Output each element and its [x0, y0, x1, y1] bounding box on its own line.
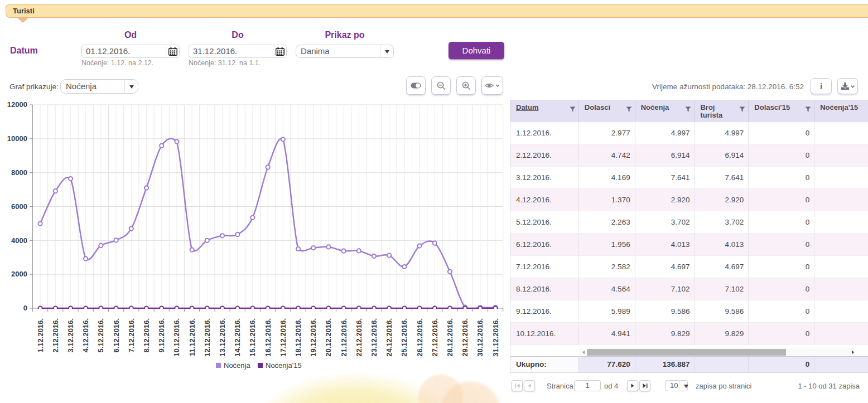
svg-text:6000: 6000: [11, 202, 27, 211]
svg-text:30.12.2016.: 30.12.2016.: [476, 318, 484, 357]
svg-text:19.12.2016.: 19.12.2016.: [309, 318, 317, 357]
svg-text:17.12.2016.: 17.12.2016.: [279, 318, 287, 357]
svg-text:8000: 8000: [11, 168, 27, 177]
svg-text:24.12.2016.: 24.12.2016.: [385, 318, 393, 357]
svg-text:15.12.2016.: 15.12.2016.: [248, 318, 257, 357]
svg-text:0: 0: [23, 304, 27, 312]
svg-text:5.12.2016.: 5.12.2016.: [97, 318, 105, 352]
svg-text:6.12.2016.: 6.12.2016.: [112, 318, 120, 352]
svg-text:13.12.2016.: 13.12.2016.: [218, 318, 226, 357]
svg-text:8.12.2016.: 8.12.2016.: [142, 318, 151, 352]
svg-text:3.12.2016.: 3.12.2016.: [66, 318, 75, 352]
svg-text:12000: 12000: [7, 100, 27, 109]
svg-text:21.12.2016.: 21.12.2016.: [340, 318, 348, 357]
svg-text:2000: 2000: [11, 270, 27, 278]
svg-text:11.12.2016.: 11.12.2016.: [188, 318, 196, 356]
svg-text:20.12.2016.: 20.12.2016.: [324, 318, 332, 357]
svg-text:1.12.2016.: 1.12.2016.: [36, 318, 45, 352]
svg-text:9.12.2016.: 9.12.2016.: [157, 318, 166, 352]
svg-text:Noćenja: Noćenja: [224, 361, 250, 370]
svg-text:10.12.2016.: 10.12.2016.: [172, 318, 181, 357]
svg-text:Noćenja'15: Noćenja'15: [266, 361, 302, 370]
svg-text:28.12.2016.: 28.12.2016.: [446, 318, 454, 357]
svg-text:14.12.2016.: 14.12.2016.: [233, 318, 242, 357]
svg-text:12.12.2016.: 12.12.2016.: [203, 318, 211, 357]
svg-text:26.12.2016.: 26.12.2016.: [416, 318, 424, 357]
svg-text:29.12.2016.: 29.12.2016.: [461, 318, 469, 357]
svg-text:7.12.2016.: 7.12.2016.: [127, 318, 136, 352]
svg-text:10000: 10000: [7, 134, 27, 143]
svg-text:4.12.2016.: 4.12.2016.: [81, 318, 90, 352]
svg-text:22.12.2016.: 22.12.2016.: [355, 318, 363, 357]
svg-text:25.12.2016.: 25.12.2016.: [400, 318, 408, 357]
svg-text:18.12.2016.: 18.12.2016.: [294, 318, 302, 357]
svg-text:4000: 4000: [11, 236, 27, 245]
svg-text:2.12.2016.: 2.12.2016.: [51, 318, 60, 352]
svg-text:23.12.2016.: 23.12.2016.: [370, 318, 378, 357]
svg-text:27.12.2016.: 27.12.2016.: [431, 318, 439, 357]
svg-text:31.12.2016.: 31.12.2016.: [491, 318, 500, 357]
svg-text:16.12.2016.: 16.12.2016.: [264, 318, 272, 357]
